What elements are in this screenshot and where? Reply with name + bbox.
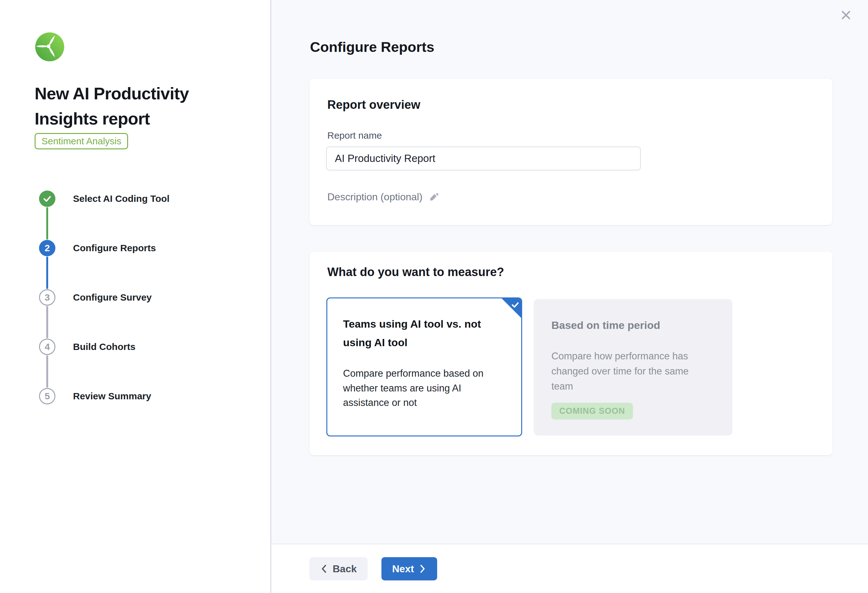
back-button-label: Back	[333, 563, 357, 575]
pencil-icon	[429, 192, 439, 203]
step-connector	[46, 256, 48, 289]
report-name-label: Report name	[327, 130, 382, 141]
report-name-input[interactable]	[326, 147, 641, 171]
step-connector	[46, 207, 48, 240]
step-connector	[46, 306, 48, 338]
option-title: Based on time period	[551, 317, 715, 333]
step-item-configure-reports[interactable]: Configure Reports	[73, 241, 156, 255]
option-description: Compare performance based on whether tea…	[343, 366, 486, 410]
selected-corner	[502, 299, 521, 318]
close-button[interactable]	[839, 8, 853, 22]
wizard-window: New AI Productivity Insights report Sent…	[0, 0, 868, 593]
wizard-footer: Back Next	[271, 544, 868, 593]
description-label: Description (optional)	[327, 191, 422, 203]
wizard-sidebar: New AI Productivity Insights report Sent…	[0, 0, 271, 593]
page-title: Configure Reports	[310, 39, 434, 55]
step-2-circle[interactable]: 2	[39, 240, 55, 256]
report-overview-card: Report overview Report name Description …	[309, 79, 833, 225]
next-button[interactable]: Next	[381, 557, 437, 580]
option-description: Compare how performance has changed over…	[551, 349, 699, 394]
coming-soon-badge: COMING SOON	[551, 403, 633, 419]
step-item-select-ai-coding-tool[interactable]: Select AI Coding Tool	[73, 192, 170, 205]
step-4-circle[interactable]: 4	[39, 338, 55, 355]
close-icon	[840, 9, 852, 21]
description-edit-row[interactable]: Description (optional)	[327, 191, 439, 203]
report-overview-heading: Report overview	[327, 98, 421, 112]
measure-heading: What do you want to measure?	[327, 265, 504, 279]
sentiment-analysis-badge: Sentiment Analysis	[35, 133, 128, 149]
back-button[interactable]: Back	[309, 557, 368, 580]
step-connector	[46, 355, 48, 388]
step-item-build-cohorts[interactable]: Build Cohorts	[73, 340, 135, 353]
main-panel: Configure Reports Report overview Report…	[271, 0, 868, 593]
step-item-review-summary[interactable]: Review Summary	[73, 390, 151, 403]
step-3-circle[interactable]: 3	[39, 289, 55, 306]
chevron-right-icon	[418, 564, 427, 574]
next-button-label: Next	[392, 563, 414, 575]
chevron-left-icon	[320, 564, 328, 574]
step-1-circle[interactable]	[39, 191, 55, 207]
check-icon	[511, 300, 520, 310]
option-title: Teams using AI tool vs. not using AI too…	[343, 315, 502, 352]
wizard-title: New AI Productivity Insights report	[35, 81, 238, 131]
wind-turbine-icon	[35, 32, 64, 61]
option-time-period[interactable]: Based on time period Compare how perform…	[534, 299, 732, 436]
step-5-circle[interactable]: 5	[39, 388, 55, 404]
option-teams-vs-not[interactable]: Teams using AI tool vs. not using AI too…	[326, 297, 522, 436]
measure-card: What do you want to measure? Teams using…	[309, 252, 833, 455]
check-icon	[43, 194, 52, 203]
step-item-configure-survey[interactable]: Configure Survey	[73, 291, 152, 304]
